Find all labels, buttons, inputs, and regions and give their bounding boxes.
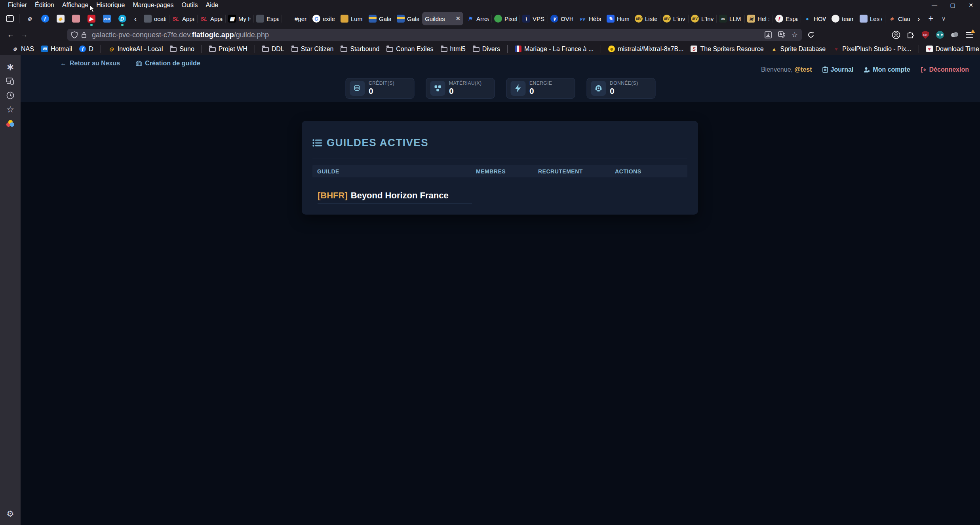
- bookmark-item[interactable]: Projet WH: [206, 46, 251, 53]
- bookmark-item[interactable]: Star Citizen: [288, 46, 337, 53]
- journal-link[interactable]: Journal: [822, 66, 854, 73]
- minimize-button[interactable]: —: [925, 0, 944, 10]
- tab[interactable]: Lumiè: [338, 11, 366, 27]
- bookmark-item[interactable]: [255, 45, 255, 53]
- tab-close-icon[interactable]: ✕: [455, 15, 461, 22]
- tab[interactable]: ✎ Humili: [604, 11, 632, 27]
- pinned-tab[interactable]: DSM: [99, 11, 114, 27]
- colors-extension-icon[interactable]: [3, 117, 17, 131]
- close-button[interactable]: ✕: [962, 0, 980, 10]
- tab[interactable]: ⚑ Arrow: [463, 11, 491, 27]
- tab[interactable]: Espace clie: [253, 11, 282, 27]
- menu-item[interactable]: Outils: [178, 1, 202, 10]
- firefox-view-icon[interactable]: [3, 12, 17, 25]
- back-button[interactable]: ←: [4, 28, 17, 42]
- bookmark-item[interactable]: [202, 45, 202, 53]
- pinned-tab[interactable]: ◆: [53, 11, 68, 27]
- menu-item[interactable]: Marque-pages: [129, 1, 177, 10]
- guild-row[interactable]: [BHFR]Beyond Horizon France: [318, 190, 449, 201]
- tab[interactable]: SL Appar: [169, 11, 197, 27]
- bookmark-item[interactable]: ◎ InvokeAI - Local: [105, 46, 167, 53]
- maximize-button[interactable]: ▢: [944, 0, 962, 10]
- tracking-shield-icon[interactable]: [71, 31, 78, 38]
- tab[interactable]: MV Liste d: [632, 11, 660, 27]
- pinned-tab[interactable]: ▶: [84, 11, 99, 27]
- tab[interactable]: ∞ LLM In: [716, 11, 744, 27]
- bookmark-item[interactable]: ♥ PixelPlush Studio - Pix...: [829, 46, 915, 53]
- tab-active-guildes[interactable]: Guildes ✕: [422, 12, 463, 25]
- scroll-tabs-right-button[interactable]: ›: [913, 11, 924, 27]
- bookmark-item[interactable]: Conan Exiles: [383, 46, 437, 53]
- translate-icon[interactable]: [778, 31, 785, 38]
- tab[interactable]: ∗ Claude: [885, 11, 913, 27]
- forward-button[interactable]: →: [17, 28, 31, 42]
- bookmark-item[interactable]: Divers: [469, 46, 504, 53]
- extensions-puzzle-icon[interactable]: [906, 30, 915, 39]
- bookmark-item[interactable]: [101, 45, 101, 53]
- chatgpt-icon[interactable]: ∗: [3, 60, 17, 74]
- bookmark-item[interactable]: [507, 45, 508, 53]
- new-tab-button[interactable]: +: [924, 13, 938, 24]
- bookmarks-star-icon[interactable]: ☆: [3, 103, 17, 117]
- ublock-origin-icon[interactable]: UO: [921, 30, 930, 39]
- bookmark-item[interactable]: ☻ mistralai/Mixtral-8x7B...: [605, 46, 687, 53]
- bookmark-item[interactable]: Suno: [166, 46, 198, 53]
- tab[interactable]: ∨ OVHcl: [548, 11, 576, 27]
- tab[interactable]: G exile.f: [310, 11, 338, 27]
- bookmark-item[interactable]: DDL: [259, 46, 288, 53]
- back-to-nexus-link[interactable]: ← Retour au Nexus: [60, 60, 120, 67]
- create-guild-link[interactable]: Création de guilde: [136, 60, 200, 67]
- history-clock-icon[interactable]: [3, 88, 17, 103]
- menu-item[interactable]: Aide: [202, 1, 222, 10]
- bookmark-item[interactable]: ✉ Hotmail: [38, 46, 76, 53]
- reload-icon[interactable]: [807, 31, 814, 38]
- bookmark-item[interactable]: [919, 45, 919, 53]
- settings-gear-icon[interactable]: ⚙: [3, 507, 17, 521]
- goggles-extension-icon[interactable]: [936, 30, 944, 39]
- tab[interactable]: #general |: [282, 11, 310, 27]
- menu-item[interactable]: Édition: [31, 1, 58, 10]
- tab[interactable]: \ VPS | S: [519, 11, 548, 27]
- list-all-tabs-button[interactable]: ∨: [938, 15, 950, 22]
- cloud-extension-icon[interactable]: [950, 30, 959, 39]
- tab[interactable]: ☠ Hel : D: [744, 11, 773, 27]
- bookmark-item[interactable]: f D: [76, 46, 97, 53]
- save-page-icon[interactable]: [765, 31, 772, 38]
- bookmark-item[interactable]: ▲ Sprite Database: [767, 46, 830, 53]
- tab[interactable]: ocati: [141, 11, 169, 27]
- pinned-tab[interactable]: ⊕: [22, 11, 37, 27]
- tab[interactable]: SL Appar: [197, 11, 225, 27]
- pinned-tab[interactable]: D: [114, 11, 130, 27]
- app-menu-icon[interactable]: [965, 30, 974, 39]
- menu-item[interactable]: Fichier: [4, 1, 31, 10]
- tab[interactable]: ▦ My Ha: [225, 11, 253, 27]
- tab[interactable]: teams: [829, 11, 857, 27]
- tab[interactable]: Galact: [394, 11, 422, 27]
- bookmark-item[interactable]: ⊕ NAS: [8, 46, 38, 53]
- tab[interactable]: Pixel P: [491, 11, 519, 27]
- bookmark-item[interactable]: Starbound: [337, 46, 383, 53]
- pinned-tab[interactable]: f: [37, 11, 53, 27]
- menu-item[interactable]: Affichage: [58, 1, 92, 10]
- bookmark-item[interactable]: Mariage - La France à ...: [511, 46, 597, 53]
- logout-link[interactable]: Déconnexion: [921, 66, 969, 73]
- menu-item[interactable]: Historique: [92, 1, 129, 10]
- lock-icon[interactable]: [81, 32, 87, 38]
- tab[interactable]: Les éto: [857, 11, 885, 27]
- pinned-tab[interactable]: [68, 11, 84, 27]
- bookmark-star-icon[interactable]: ☆: [792, 30, 798, 39]
- url-text[interactable]: galactic-pve-conquest-c7fe.dev.flatlogic…: [92, 31, 269, 39]
- bookmark-item[interactable]: S The Spriters Resource: [687, 46, 767, 53]
- url-bar[interactable]: galactic-pve-conquest-c7fe.dev.flatlogic…: [67, 29, 802, 41]
- account-icon[interactable]: [892, 30, 900, 39]
- tab[interactable]: Galact: [366, 11, 394, 27]
- scroll-tabs-left-button[interactable]: ‹: [130, 11, 141, 27]
- bookmark-item[interactable]: html5: [437, 46, 469, 53]
- tab[interactable]: vv Héber: [576, 11, 604, 27]
- bookmark-item[interactable]: ♥ Download Time Mana...: [923, 46, 980, 53]
- bookmark-item[interactable]: [601, 45, 601, 53]
- tab[interactable]: MV L'invas: [660, 11, 688, 27]
- synced-tabs-icon[interactable]: [3, 74, 17, 88]
- tab[interactable]: ● HOW: [801, 11, 829, 27]
- tab[interactable]: f Espace: [773, 11, 801, 27]
